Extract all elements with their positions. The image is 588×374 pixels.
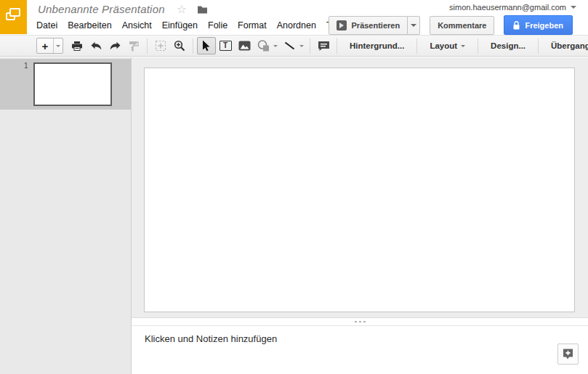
menu-ansicht[interactable]: Ansicht — [117, 19, 157, 32]
transition-label: Übergang... — [551, 41, 588, 50]
new-slide-caret-icon — [56, 45, 60, 47]
present-label: Präsentieren — [352, 21, 400, 30]
slides-logo-front-rect — [9, 8, 20, 17]
star-icon[interactable]: ☆ — [177, 4, 187, 15]
notes-placeholder: Klicken und Notizen hinzufügen — [145, 333, 277, 344]
cursor-icon — [202, 40, 211, 52]
menu-bearbeiten[interactable]: Bearbeiten — [63, 19, 116, 32]
canvas-area — [132, 57, 588, 317]
insert-comment-button[interactable] — [314, 37, 333, 54]
line-icon — [284, 41, 295, 50]
text-box-icon: T — [220, 41, 232, 51]
insert-image-button[interactable] — [235, 37, 254, 54]
image-icon — [238, 41, 251, 51]
shape-tool-button[interactable] — [254, 37, 273, 54]
folder-icon[interactable] — [197, 4, 208, 14]
design-label: Design... — [491, 41, 525, 50]
toolbar-separator — [478, 38, 478, 54]
paint-format-button[interactable] — [124, 37, 143, 54]
undo-button[interactable] — [86, 37, 105, 54]
toolbar: + T — [0, 35, 588, 57]
play-icon — [337, 20, 347, 31]
paint-format-icon — [129, 41, 139, 52]
redo-button[interactable] — [105, 37, 124, 54]
account-menu[interactable]: simon.haeusermann@gmail.com — [449, 3, 576, 12]
transition-button[interactable]: Übergang... — [542, 35, 588, 57]
zoom-button[interactable] — [170, 37, 189, 54]
menu-format[interactable]: Format — [233, 19, 272, 32]
slides-logo-icon — [0, 0, 27, 34]
toolbar-separator — [147, 38, 148, 54]
shape-icon — [257, 40, 270, 52]
drag-handle-icon — [355, 321, 366, 322]
lock-icon — [513, 21, 520, 30]
slide-thumbnail-1[interactable] — [33, 62, 112, 106]
zoom-icon — [174, 40, 185, 52]
present-button[interactable]: Präsentieren — [329, 16, 408, 35]
line-caret-icon[interactable] — [299, 45, 304, 47]
redo-icon — [109, 41, 121, 51]
zoom-to-fit-icon — [155, 40, 166, 52]
account-caret-icon — [571, 6, 576, 9]
google-slides-app: Unbenannte Präsentation ☆ Datei Bearbeit… — [0, 0, 588, 374]
background-label: Hintergrund... — [350, 41, 404, 50]
select-tool-button[interactable] — [197, 37, 216, 54]
print-icon — [71, 41, 83, 52]
add-comment-button[interactable] — [557, 343, 579, 365]
present-dropdown-button[interactable] — [408, 16, 420, 35]
slide-filmstrip[interactable]: 1 — [0, 57, 132, 374]
slide-row-1[interactable]: 1 — [0, 59, 131, 110]
header: Unbenannte Präsentation ☆ Datei Bearbeit… — [0, 0, 588, 35]
title-row: Unbenannte Präsentation ☆ — [38, 3, 208, 15]
shape-caret-icon[interactable] — [273, 45, 278, 47]
comments-button[interactable]: Kommentare — [430, 16, 494, 35]
share-button[interactable]: Freigeben — [504, 15, 573, 35]
menu-folie[interactable]: Folie — [203, 19, 233, 32]
undo-icon — [90, 41, 102, 51]
editor-main: Klicken und Notizen hinzufügen — [132, 57, 588, 374]
toolbar-separator — [310, 38, 310, 54]
account-email: simon.haeusermann@gmail.com — [449, 3, 566, 12]
toolbar-separator — [538, 38, 539, 54]
design-button[interactable]: Design... — [482, 35, 534, 57]
zoom-to-fit-button[interactable] — [151, 37, 170, 54]
slide-canvas[interactable] — [144, 68, 575, 312]
present-button-group: Präsentieren — [329, 16, 421, 35]
new-slide-button[interactable]: + — [37, 38, 53, 53]
comment-icon — [318, 41, 330, 52]
print-button[interactable] — [68, 37, 86, 54]
toolbar-separator — [337, 38, 337, 54]
toolbar-separator — [193, 38, 193, 54]
layout-label: Layout — [430, 41, 457, 50]
menu-einfuegen[interactable]: Einfügen — [157, 19, 203, 32]
document-title[interactable]: Unbenannte Präsentation — [38, 3, 165, 15]
menu-datei[interactable]: Datei — [31, 19, 63, 32]
notes-divider[interactable] — [132, 317, 588, 326]
present-caret-icon — [411, 24, 416, 27]
comments-label: Kommentare — [438, 21, 486, 30]
toolbar-separator — [416, 38, 417, 54]
background-button[interactable]: Hintergrund... — [341, 35, 413, 57]
new-slide-button-group: + — [36, 38, 63, 54]
share-label: Freigeben — [525, 21, 563, 30]
slide-number: 1 — [24, 62, 28, 70]
line-tool-button[interactable] — [280, 37, 299, 54]
speaker-notes-area[interactable]: Klicken und Notizen hinzufügen — [132, 326, 588, 374]
layout-caret-icon — [461, 45, 465, 47]
header-actions: Präsentieren Kommentare Freigeben — [329, 15, 573, 35]
menu-anordnen[interactable]: Anordnen — [272, 19, 321, 32]
add-comment-icon — [562, 348, 574, 360]
new-slide-dropdown-button[interactable] — [53, 38, 63, 53]
layout-button[interactable]: Layout — [421, 35, 474, 57]
text-box-button[interactable]: T — [216, 37, 235, 54]
